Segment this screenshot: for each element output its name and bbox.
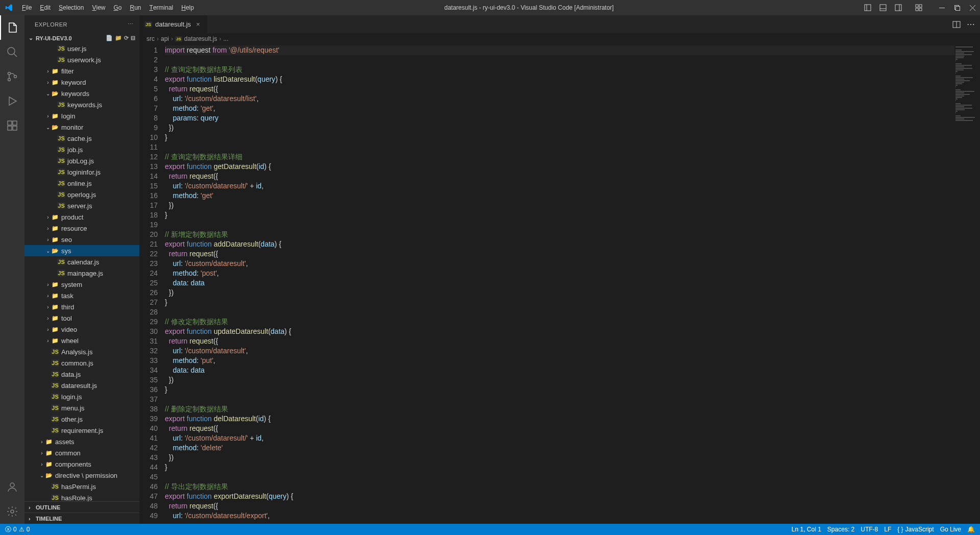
layout-toggle-right-icon[interactable] [891,0,906,15]
folder-item[interactable]: ›📁task [24,290,139,301]
more-actions-icon[interactable]: ⋯ [967,19,975,29]
file-item[interactable]: JSlogin.js [24,391,139,402]
folder-item[interactable]: ›📁components [24,458,139,470]
layout-customize-icon[interactable] [911,0,926,15]
project-section-header[interactable]: ⌄ RY-UI-DEV3.0 📄 📁 ⟳ ⊟ [24,33,139,43]
status-language[interactable]: { } JavaScript [897,526,934,533]
menu-edit[interactable]: Edit [36,0,55,15]
folder-item[interactable]: ⌄📂sys [24,245,139,256]
file-item[interactable]: JScommon.js [24,357,139,369]
file-item[interactable]: JScache.js [24,133,139,144]
file-item[interactable]: JSdataresult.js [24,380,139,391]
tab-label: dataresult.js [155,20,191,28]
menu-selection[interactable]: Selection [55,0,88,15]
sidebar-more-icon[interactable]: ⋯ [128,21,134,28]
folder-item[interactable]: ›📁keyword [24,77,139,88]
file-item[interactable]: JSAnalysis.js [24,346,139,357]
refresh-icon[interactable]: ⟳ [124,35,129,41]
new-file-icon[interactable]: 📄 [106,35,113,41]
tab-close-icon[interactable]: × [194,20,202,28]
menu-help[interactable]: Help [177,0,198,15]
file-item[interactable]: JSoperlog.js [24,189,139,200]
svg-rect-8 [916,8,918,11]
settings-gear-icon[interactable] [0,499,24,524]
file-item[interactable]: JSkeywords.js [24,99,139,110]
status-errors[interactable]: ⓧ 0 ⚠ 0 [5,525,30,534]
folder-item[interactable]: ›📁assets [24,436,139,447]
maximize-icon[interactable] [949,0,965,15]
svg-rect-7 [919,5,922,7]
status-position[interactable]: Ln 1, Col 1 [792,526,821,533]
folder-item[interactable]: ›📁product [24,211,139,223]
status-spaces[interactable]: Spaces: 2 [827,526,854,533]
file-item[interactable]: JSlogininfor.js [24,166,139,178]
file-item[interactable]: JSother.js [24,414,139,425]
menu-file[interactable]: File [18,0,36,15]
file-item[interactable]: JSrequirement.js [24,425,139,436]
js-icon: JS [57,146,65,153]
outline-section[interactable]: › OUTLINE [24,501,139,513]
minimize-icon[interactable] [934,0,949,15]
folder-item[interactable]: ›📁video [24,324,139,335]
timeline-section[interactable]: › TIMELINE [24,513,139,524]
folder-item[interactable]: ⌄📂keywords [24,88,139,99]
folder-item[interactable]: ›📁filter [24,65,139,77]
folder-item[interactable]: ⌄📂directive \ permission [24,470,139,481]
folder-item[interactable]: ›📁seo [24,234,139,245]
explorer-sidebar: EXPLORER ⋯ ⌄ RY-UI-DEV3.0 📄 📁 ⟳ ⊟ JSuser… [24,15,139,524]
breadcrumb[interactable]: src› api› JS dataresult.js› ... [139,33,980,44]
js-icon: JS [57,258,65,265]
menu-view[interactable]: View [88,0,109,15]
chevron-down-icon: ⌄ [39,473,45,478]
layout-toggle-bottom-icon[interactable] [875,0,891,15]
menu-run[interactable]: Run [126,0,145,15]
file-item[interactable]: JSmainpage.js [24,268,139,279]
source-control-icon[interactable] [0,64,24,89]
tab-dataresult[interactable]: JS dataresult.js × [139,15,208,33]
folder-item[interactable]: ⌄📂monitor [24,121,139,133]
run-debug-icon[interactable] [0,89,24,113]
file-item[interactable]: JSjobLog.js [24,155,139,166]
folder-item[interactable]: ›📁system [24,279,139,290]
file-item[interactable]: JSuser.js [24,43,139,54]
folder-item[interactable]: ›📁tool [24,312,139,324]
status-golive[interactable]: Go Live [940,526,961,533]
file-item[interactable]: JSuserwork.js [24,54,139,65]
file-item[interactable]: JShasRole.js [24,492,139,501]
folder-item[interactable]: ›📁wheel [24,335,139,346]
folder-item[interactable]: ›📁common [24,447,139,458]
search-icon[interactable] [0,40,24,64]
svg-line-16 [14,54,17,57]
code-editor[interactable]: import request from '@/utils/request' //… [165,44,954,524]
folder-icon: 📁 [51,326,59,333]
status-eol[interactable]: LF [884,526,891,533]
folder-item[interactable]: ›📁resource [24,223,139,234]
file-item[interactable]: JSmenu.js [24,402,139,414]
collapse-all-icon[interactable]: ⊟ [131,35,135,41]
folder-item[interactable]: ›📁login [24,110,139,121]
menu-terminal[interactable]: Terminal [145,0,178,15]
js-icon: JS [51,404,59,411]
status-encoding[interactable]: UTF-8 [861,526,878,533]
split-editor-icon[interactable] [952,20,961,29]
minimap[interactable] [954,44,980,524]
new-folder-icon[interactable]: 📁 [115,35,122,41]
file-item[interactable]: JShasPermi.js [24,481,139,492]
layout-toggle-panel-icon[interactable] [860,0,875,15]
explorer-icon[interactable] [0,15,24,40]
file-item[interactable]: JScalendar.js [24,256,139,268]
folder-item[interactable]: ›📁third [24,301,139,312]
file-item[interactable]: JSonline.js [24,178,139,189]
svg-rect-12 [955,6,960,10]
extensions-icon[interactable] [0,113,24,138]
editor-tabs: JS dataresult.js × ⋯ [139,15,980,33]
status-bell-icon[interactable]: 🔔 [967,526,975,533]
file-item[interactable]: JSserver.js [24,200,139,211]
menu-go[interactable]: Go [109,0,126,15]
file-item[interactable]: JSjob.js [24,144,139,155]
accounts-icon[interactable] [0,475,24,499]
file-tree[interactable]: JSuser.jsJSuserwork.js›📁filter›📁keyword⌄… [24,43,139,501]
chevron-right-icon: › [45,338,51,344]
close-icon[interactable] [965,0,980,15]
file-item[interactable]: JSdata.js [24,369,139,380]
